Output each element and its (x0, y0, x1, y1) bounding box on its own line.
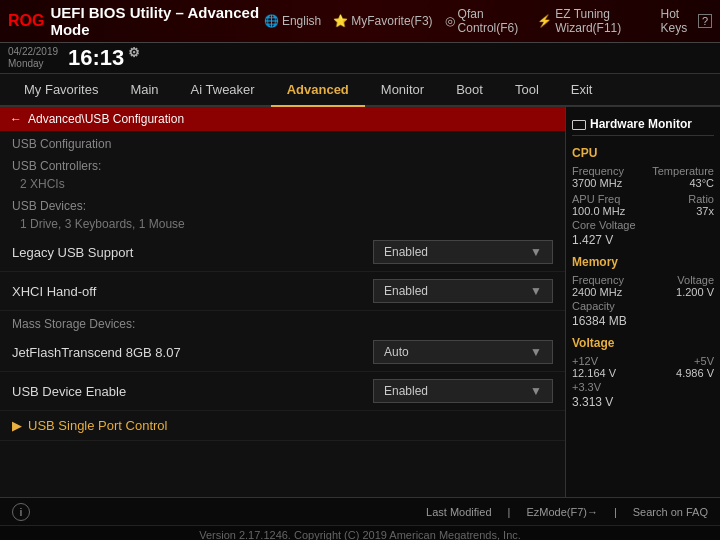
xhci-handoff-row: XHCI Hand-off Enabled ▼ (0, 272, 565, 311)
hotkeys-button[interactable]: Hot Keys ? (660, 7, 712, 35)
usb-controllers-label: USB Controllers: (0, 153, 565, 175)
my-favorites-button[interactable]: ⭐ MyFavorite(F3) (333, 14, 432, 28)
datetime-row: 04/22/2019 Monday 16:13 ⚙ (0, 43, 720, 74)
hw-33v-row: +3.3V 3.313 V (572, 381, 714, 411)
status-bar: i Last Modified | EzMode(F7)→ | Search o… (0, 497, 720, 525)
nav-ai-tweaker[interactable]: Ai Tweaker (175, 74, 271, 107)
usb-device-enable-label: USB Device Enable (12, 384, 126, 399)
breadcrumb: ← Advanced\USB Configuration (0, 107, 565, 131)
status-left: i (12, 503, 30, 521)
hw-12v-row: +12V 12.164 V +5V 4.986 V (572, 353, 714, 381)
content-panel: ← Advanced\USB Configuration USB Configu… (0, 107, 565, 497)
hw-core-voltage-value: 1.427 V (572, 231, 714, 249)
main-area: ← Advanced\USB Configuration USB Configu… (0, 107, 720, 497)
bios-title: UEFI BIOS Utility – Advanced Mode (50, 4, 263, 38)
hw-5v-value: 4.986 V (676, 367, 714, 379)
hw-cpu-freq-label: Frequency (572, 165, 624, 177)
hw-cpu-temp-value: 43°C (652, 177, 714, 189)
status-divider-2: | (614, 506, 617, 518)
time-display: 16:13 ⚙ (68, 46, 140, 69)
legacy-usb-label: Legacy USB Support (12, 245, 133, 260)
header-title: ROG UEFI BIOS Utility – Advanced Mode (8, 4, 264, 38)
hw-mem-freq-value: 2400 MHz (572, 286, 624, 298)
hw-memory-title: Memory (572, 249, 714, 272)
usb-device-enable-dropdown[interactable]: Enabled ▼ (373, 379, 553, 403)
usb-config-label: USB Configuration (0, 131, 565, 153)
nav-boot[interactable]: Boot (440, 74, 499, 107)
header-shortcuts: 🌐 English ⭐ MyFavorite(F3) ◎ Qfan Contro… (264, 7, 712, 35)
nav-bar: My Favorites Main Ai Tweaker Advanced Mo… (0, 74, 720, 107)
usb-controllers-value: 2 XHCIs (0, 175, 565, 193)
status-divider: | (508, 506, 511, 518)
mass-storage-label: Mass Storage Devices: (0, 311, 565, 333)
usb-devices-value: 1 Drive, 3 Keyboards, 1 Mouse (0, 215, 565, 233)
breadcrumb-path: Advanced\USB Configuration (28, 112, 184, 126)
hw-12v-label: +12V (572, 355, 616, 367)
hw-ratio-label: Ratio (688, 193, 714, 205)
ez-tuning-button[interactable]: ⚡ EZ Tuning Wizard(F11) (537, 7, 648, 35)
nav-main[interactable]: Main (114, 74, 174, 107)
hw-mem-voltage-value: 1.200 V (676, 286, 714, 298)
xhci-handoff-dropdown[interactable]: Enabled ▼ (373, 279, 553, 303)
hw-apu-freq-value: 100.0 MHz (572, 205, 625, 217)
chevron-down-icon: ▼ (530, 245, 542, 259)
chevron-down-icon: ▼ (530, 345, 542, 359)
legacy-usb-dropdown[interactable]: Enabled ▼ (373, 240, 553, 264)
ez-mode-button[interactable]: EzMode(F7)→ (526, 506, 598, 518)
usb-device-enable-row: USB Device Enable Enabled ▼ (0, 372, 565, 411)
date-display: 04/22/2019 Monday (8, 46, 58, 70)
nav-monitor[interactable]: Monitor (365, 74, 440, 107)
language-button[interactable]: 🌐 English (264, 14, 321, 28)
hw-capacity-value: 16384 MB (572, 312, 714, 330)
monitor-icon (572, 120, 586, 130)
hw-apu-row: APU Freq 100.0 MHz Ratio 37x (572, 191, 714, 219)
hw-mem-freq-row: Frequency 2400 MHz Voltage 1.200 V (572, 272, 714, 300)
hw-33v-value: 3.313 V (572, 393, 714, 411)
hw-mem-freq-label: Frequency (572, 274, 624, 286)
rog-logo: ROG (8, 12, 44, 30)
search-faq-button[interactable]: Search on FAQ (633, 506, 708, 518)
hw-cpu-temp-label: Temperature (652, 165, 714, 177)
back-arrow-icon[interactable]: ← (10, 112, 22, 126)
usb-single-port-label: USB Single Port Control (28, 418, 167, 433)
qfan-button[interactable]: ◎ Qfan Control(F6) (445, 7, 526, 35)
hw-monitor-title: Hardware Monitor (572, 113, 714, 136)
jetflash-dropdown[interactable]: Auto ▼ (373, 340, 553, 364)
header-bar: ROG UEFI BIOS Utility – Advanced Mode 🌐 … (0, 0, 720, 43)
hw-33v-label: +3.3V (572, 381, 714, 393)
time-gear-icon[interactable]: ⚙ (124, 45, 140, 60)
chevron-down-icon: ▼ (530, 384, 542, 398)
info-button[interactable]: i (12, 503, 30, 521)
hw-apu-freq-label: APU Freq (572, 193, 625, 205)
hw-core-voltage-row: Core Voltage 1.427 V (572, 219, 714, 249)
usb-single-port-row[interactable]: ▶ USB Single Port Control (0, 411, 565, 441)
last-modified-button[interactable]: Last Modified (426, 506, 491, 518)
hw-mem-voltage-label: Voltage (676, 274, 714, 286)
nav-exit[interactable]: Exit (555, 74, 609, 107)
jetflash-label: JetFlashTranscend 8GB 8.07 (12, 345, 181, 360)
hw-12v-value: 12.164 V (572, 367, 616, 379)
hw-ratio-value: 37x (688, 205, 714, 217)
nav-my-favorites[interactable]: My Favorites (8, 74, 114, 107)
hw-cpu-title: CPU (572, 140, 714, 163)
nav-advanced[interactable]: Advanced (271, 74, 365, 107)
expand-arrow-icon: ▶ (12, 418, 22, 433)
hw-capacity-label: Capacity (572, 300, 714, 312)
status-right: Last Modified | EzMode(F7)→ | Search on … (426, 506, 708, 518)
jetflash-row: JetFlashTranscend 8GB 8.07 Auto ▼ (0, 333, 565, 372)
hw-cpu-freq-value: 3700 MHz (572, 177, 624, 189)
nav-tool[interactable]: Tool (499, 74, 555, 107)
hw-5v-label: +5V (676, 355, 714, 367)
version-text: Version 2.17.1246. Copyright (C) 2019 Am… (199, 529, 521, 540)
chevron-down-icon: ▼ (530, 284, 542, 298)
usb-devices-label: USB Devices: (0, 193, 565, 215)
hw-monitor-panel: Hardware Monitor CPU Frequency 3700 MHz … (565, 107, 720, 497)
hw-voltage-title: Voltage (572, 330, 714, 353)
hw-cpu-freq-row: Frequency 3700 MHz Temperature 43°C (572, 163, 714, 191)
hw-core-voltage-label: Core Voltage (572, 219, 714, 231)
legacy-usb-row: Legacy USB Support Enabled ▼ (0, 233, 565, 272)
xhci-handoff-label: XHCI Hand-off (12, 284, 96, 299)
hw-capacity-row: Capacity 16384 MB (572, 300, 714, 330)
version-bar: Version 2.17.1246. Copyright (C) 2019 Am… (0, 525, 720, 540)
